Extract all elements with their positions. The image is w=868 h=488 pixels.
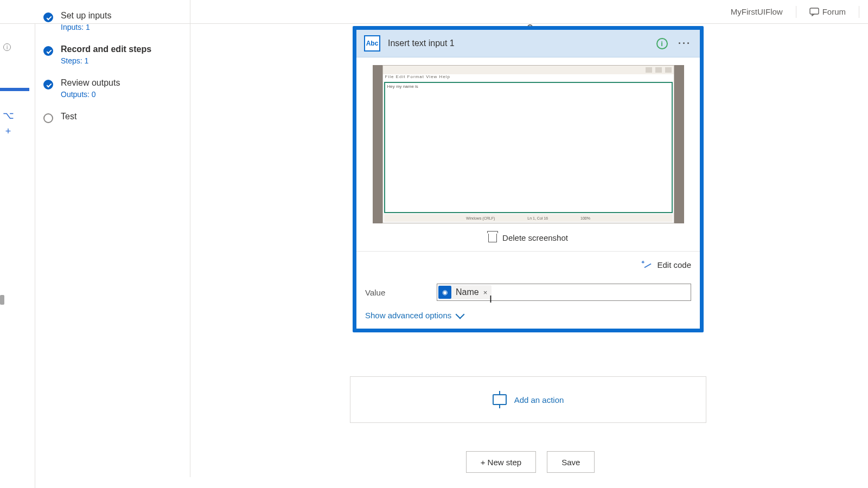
info-icon: i (3, 43, 11, 51)
delete-screenshot-label: Delete screenshot (502, 233, 568, 242)
recorded-screenshot[interactable]: File Edit Format View Help Hey my name i… (373, 65, 684, 223)
branch-icon[interactable]: ⌥ (0, 110, 16, 121)
value-label: Value (365, 288, 429, 297)
step-title: Review outputs (61, 78, 120, 88)
step-subtitle: Outputs: 0 (61, 90, 120, 99)
sidebar-divider (190, 0, 190, 477)
action-card-header[interactable]: Abc Insert text input 1 i ··· (356, 30, 700, 57)
step-title: Test (61, 112, 76, 121)
chevron-down-icon (456, 310, 465, 319)
cropped-text: email attac (0, 297, 35, 306)
step-dot-icon (43, 80, 53, 89)
info-icon: i (656, 38, 668, 49)
screenshot-window-titlebar (383, 66, 674, 74)
add-action-button[interactable]: Add an action (350, 376, 706, 423)
step-dot-icon (43, 113, 53, 123)
edit-code-label: Edit code (657, 260, 691, 269)
cropped-text: gnated even (0, 147, 35, 156)
cropped-text: late i (0, 207, 35, 216)
action-card-insert-text: Abc Insert text input 1 i ··· File Edit … (353, 26, 704, 332)
divider (356, 251, 700, 252)
show-advanced-options[interactable]: Show advanced options (365, 311, 691, 320)
info-button[interactable]: i (654, 36, 669, 51)
svg-rect-0 (810, 8, 819, 14)
screenshot-typed-text: Hey my name is (385, 83, 672, 90)
topbar-divider (796, 6, 796, 18)
trash-icon (488, 234, 497, 242)
plus-icon[interactable]: + (0, 126, 16, 137)
step-dot-icon (43, 12, 53, 22)
step-review-outputs[interactable]: Review outputs Outputs: 0 (43, 78, 190, 99)
dynamic-token-icon: ◉ (438, 286, 451, 299)
cropped-heading: ake a fl (0, 24, 35, 31)
delete-screenshot-button[interactable]: Delete screenshot (365, 233, 691, 242)
step-dot-icon (43, 46, 53, 56)
step-title: Record and edit steps (61, 44, 151, 54)
add-action-icon (493, 394, 507, 405)
remove-token-icon[interactable]: × (483, 288, 488, 297)
save-button[interactable]: Save (547, 451, 595, 473)
step-test[interactable]: Test (43, 112, 190, 123)
ellipsis-icon: ··· (678, 38, 691, 49)
cropped-text: email a n (0, 415, 35, 424)
dynamic-token[interactable]: ◉ Name × (438, 285, 492, 299)
rail-active-indicator (0, 88, 29, 91)
topbar-divider (859, 6, 859, 18)
step-setup-inputs[interactable]: Set up inputs Inputs: 1 (43, 11, 190, 31)
text-cursor-icon: I (489, 294, 492, 305)
screenshot-window-menubar: File Edit Format View Help (383, 74, 674, 82)
wizard-steps: Set up inputs Inputs: 1 Record and edit … (43, 11, 190, 136)
advanced-label: Show advanced options (365, 311, 451, 320)
new-step-button[interactable]: + New step (466, 451, 536, 473)
action-title: Insert text input 1 (388, 38, 647, 48)
chat-icon (809, 8, 819, 16)
wand-icon (642, 261, 652, 269)
step-record-edit[interactable]: Record and edit steps Steps: 1 (43, 44, 190, 65)
add-action-label: Add an action (514, 395, 564, 404)
step-title: Set up inputs (61, 11, 111, 21)
cropped-text: ote work (0, 234, 35, 243)
value-input[interactable]: ◉ Name × I (437, 284, 691, 301)
flow-name: MyFirstUIFlow (731, 7, 783, 16)
forum-link[interactable]: Forum (809, 7, 846, 16)
step-subtitle: Inputs: 1 (61, 23, 111, 31)
dynamic-token-name: Name (456, 287, 479, 297)
screenshot-statusbar: Windows (CRLF) Ln 1, Col 16 100% (384, 214, 673, 222)
step-subtitle: Steps: 1 (61, 56, 151, 65)
text-type-icon: Abc (364, 35, 380, 52)
left-rail: ake a fl i ⌥ + gnated even late i ote wo… (0, 24, 35, 488)
more-button[interactable]: ··· (677, 36, 692, 51)
forum-label: Forum (822, 7, 846, 16)
edit-code-button[interactable]: Edit code (365, 260, 691, 269)
